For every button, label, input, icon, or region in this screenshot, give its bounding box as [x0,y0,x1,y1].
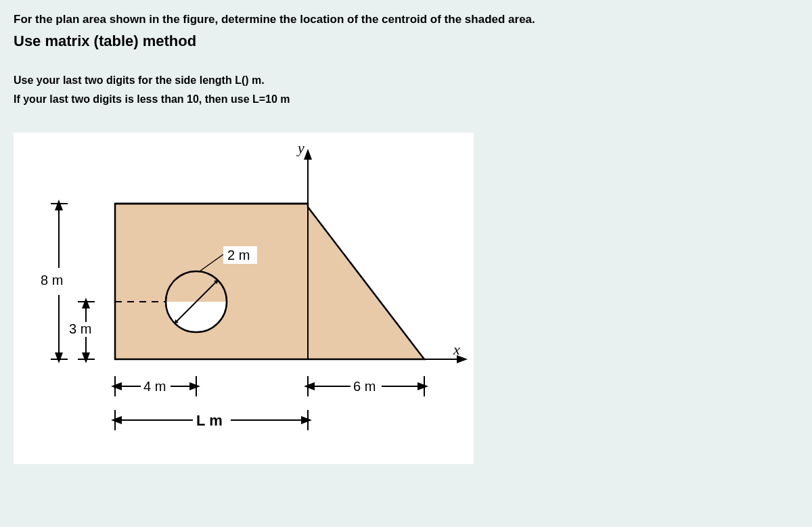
problem-statement: For the plan area shown in the figure, d… [14,11,798,28]
method-heading: Use matrix (table) method [14,32,798,50]
dim-3m: 3 m [69,321,91,336]
figure: y 2 m x 8 m 3 m 4 m 6 m L m [14,133,474,464]
instruction-line-1: Use your last two digits for the side le… [14,74,798,87]
dim-8m: 8 m [41,273,63,288]
instruction-line-2: If your last two digits is less than 10,… [14,93,798,106]
dim-Lm: L m [196,412,223,429]
axis-x-label: x [453,341,460,358]
dim-2m: 2 m [227,248,250,262]
axis-y-label: y [296,139,304,156]
dim-4m: 4 m [143,379,166,394]
dim-6m: 6 m [353,379,376,394]
